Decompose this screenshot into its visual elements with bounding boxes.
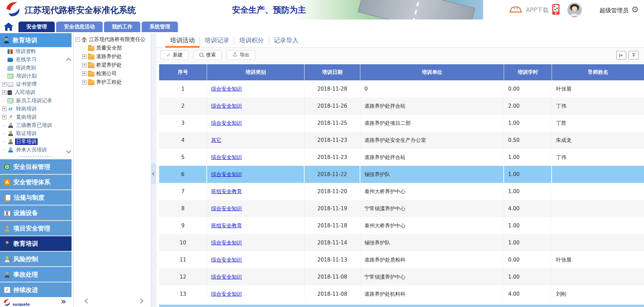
sidebar-section-project-safety-management[interactable]: 项目安全管理	[0, 220, 72, 236]
category-link[interactable]: 综合安全知识	[211, 171, 242, 177]
table-row[interactable]: 12综合安全知识2018-11-08宁常镇溧养护中心1.00	[159, 268, 644, 285]
collapse-left-icon[interactable]	[616, 51, 626, 59]
table-row[interactable]: 1综合安全知识2018-11-2800.00叶张晨	[159, 80, 644, 97]
org-node-testing-company[interactable]: +检测公司	[74, 69, 151, 78]
new-button[interactable]: ✓ 新建	[160, 50, 189, 60]
category-link[interactable]: 综合安全知识	[211, 257, 242, 263]
sidebar-item-three-level-education-trained[interactable]: 三级教育已培训	[0, 121, 72, 129]
category-link[interactable]: 综合安全知识	[211, 274, 242, 280]
tab-record-import[interactable]: 记录导入	[269, 33, 303, 48]
nav-tab-safety-management[interactable]: 安全管理	[18, 22, 55, 32]
table-row[interactable]: 6综合安全知识2018-11-22锡张养护队1.00	[159, 166, 644, 183]
sidebar-item-online-learning[interactable]: 在线学习	[0, 55, 72, 64]
expand-icon[interactable]: +	[82, 71, 87, 76]
nav-tab-safety-info-activity[interactable]: 安全信息活动	[56, 22, 103, 32]
table-row[interactable]: 11综合安全知识2018-11-13道路养护处质检科0.00叶张晨	[159, 251, 644, 268]
expand-icon[interactable]: +	[2, 82, 7, 86]
sidebar-item-new-employee-training-records[interactable]: 新员工培训记录	[0, 96, 72, 105]
scroll-left-icon[interactable]	[85, 298, 89, 304]
expand-icon[interactable]: +	[82, 63, 87, 67]
column-header-3[interactable]: 培训单位	[360, 64, 504, 80]
avatar[interactable]	[567, 3, 582, 17]
gear-icon[interactable]: ⚙	[631, 5, 639, 14]
app-qr-phone-icon[interactable]	[552, 4, 559, 15]
username[interactable]: 超级管理员	[600, 6, 629, 14]
table-row[interactable]: 10综合安全知识2018-11-14锡张养护队1.00	[159, 234, 644, 251]
org-node-road-maintenance-office[interactable]: +道路养护处	[74, 52, 151, 61]
category-link[interactable]: 综合安全知识	[211, 86, 242, 92]
sidebar-item-onboarding-training[interactable]: +→入司培训	[0, 88, 72, 96]
sidebar-item-certificate-management[interactable]: +证书管理	[0, 80, 72, 88]
category-link[interactable]: 综合安全知识	[211, 154, 242, 160]
sidebar-item-training-category[interactable]: 培训类别	[0, 64, 72, 72]
scroll-up-icon[interactable]	[67, 57, 70, 64]
cell-date: 2018-11-28	[305, 80, 360, 97]
table-row[interactable]: 2综合安全知识2018-11-26道路养护处拌合站2.00丁伟	[159, 97, 644, 115]
column-header-4[interactable]: 培训学时	[504, 64, 552, 80]
collapse-panel-icon[interactable]	[151, 163, 156, 184]
sidebar-item-training-materials[interactable]: 培训资料	[0, 47, 72, 55]
sidebar-item-daily-training[interactable]: 日常培训	[0, 137, 72, 146]
sidebar-section-risk-control[interactable]: ✎风险控制	[0, 251, 72, 266]
nav-tab-system-management[interactable]: 系统管理	[142, 22, 178, 32]
column-header-5[interactable]: 导师姓名	[552, 64, 644, 80]
sidebar-section-safety-goal-management[interactable]: 安全目标管理	[0, 159, 72, 174]
app-title: 江苏现代路桥安全标准化系统	[25, 4, 136, 16]
category-link[interactable]: 班组安全教育	[211, 223, 242, 229]
tree-resize-handle[interactable]	[19, 154, 53, 159]
tree-expander-slot	[2, 133, 7, 134]
column-header-2[interactable]: 培训日期	[305, 64, 360, 80]
tab-training-activity[interactable]: 培训活动	[165, 33, 199, 48]
category-link[interactable]: 其它	[211, 137, 221, 143]
category-link[interactable]: 综合安全知识	[211, 205, 242, 212]
table-row[interactable]: 13综合安全知识2018-11-08道路养护处机料科4.00刘刚	[159, 285, 644, 303]
sidebar-section-continuous-improvement[interactable]: ✓持续改进	[0, 282, 72, 297]
collapse-icon[interactable]: −	[76, 37, 80, 42]
sidebar-section-accident-handling[interactable]: 事故处理	[0, 266, 72, 282]
table-row[interactable]: 5综合安全知识2018-11-23道路养护处拌合站1.00丁伟	[159, 149, 644, 166]
sidebar-section-laws-and-regulations[interactable]: 法规与制度	[0, 189, 72, 205]
scroll-right-icon[interactable]	[139, 298, 143, 304]
category-link[interactable]: 综合安全知识	[211, 240, 242, 246]
org-tree-root[interactable]: −江苏现代路桥有限责任公	[74, 35, 151, 44]
sidebar-item-return-to-post-training[interactable]: +↗复岗培训	[0, 113, 72, 121]
sidebar-item-external-personnel-training[interactable]: 外来人员培训	[0, 146, 72, 154]
org-node-maintenance-engineering-office[interactable]: +养护工程处	[74, 78, 151, 86]
sidebar-section-safety-management-system[interactable]: A安全管理体系	[0, 174, 72, 189]
category-link[interactable]: 综合安全知识	[211, 103, 242, 109]
expand-icon[interactable]: +	[2, 107, 7, 111]
export-button[interactable]: 导出	[227, 50, 255, 60]
expand-icon[interactable]: +	[2, 115, 7, 119]
table-row[interactable]: 3综合安全知识2018-11-25道路养护处项目二部1.00丁胜	[159, 115, 644, 132]
scroll-down-icon[interactable]	[67, 148, 70, 154]
expand-icon[interactable]: +	[82, 80, 87, 84]
nav-tab-my-work[interactable]: 我的工作	[104, 22, 140, 32]
table-row[interactable]: 7班组安全教育2018-11-20泰州大桥养护中心1.00	[159, 183, 644, 200]
sidebar-collapse-icon[interactable]: »	[61, 297, 66, 306]
table-row[interactable]: 9班组安全教育2018-11-18泰州大桥养护中心1.00	[159, 217, 644, 234]
table-row[interactable]: 4其它2018-11-23道路养护处安全生产办公室0.50朱成龙	[159, 132, 644, 149]
sidebar-section-header[interactable]: 教育培训	[0, 33, 72, 47]
category-link[interactable]: 综合安全知识	[211, 120, 242, 126]
category-link[interactable]: 综合安全知识	[211, 291, 242, 297]
expand-icon[interactable]: +	[82, 54, 87, 59]
sidebar-section-education-training[interactable]: 教育培训	[0, 236, 72, 251]
column-header-1[interactable]: 培训类别	[207, 64, 305, 80]
home-icon[interactable]	[3, 22, 14, 32]
search-button[interactable]: 搜索	[193, 50, 222, 60]
org-node-quality-safety-dept[interactable]: 质量安全部	[74, 44, 151, 52]
sidebar-item-training-plan[interactable]: 培训计划	[0, 72, 72, 80]
tab-training-points[interactable]: 培训积分	[234, 33, 269, 48]
sidebar-item-transfer-training[interactable]: +⇄转岗培训	[0, 105, 72, 113]
category-link[interactable]: 班组安全教育	[211, 188, 242, 195]
cell-unit: 道路养护处机料科	[360, 285, 504, 303]
expand-icon[interactable]: +	[2, 90, 7, 95]
sidebar-section-facilities-equipment[interactable]: 设施设备	[0, 205, 72, 220]
collapse-up-icon[interactable]	[629, 51, 639, 59]
column-header-0[interactable]: 序号	[159, 64, 207, 80]
table-row[interactable]: 8综合安全知识2018-11-19宁常镇溧养护中心4.00	[159, 200, 644, 217]
org-node-bridge-maintenance-office[interactable]: +桥梁养护处	[74, 61, 151, 69]
tab-training-records[interactable]: 培训记录	[200, 33, 234, 48]
sidebar-item-certification-training[interactable]: 取证培训	[0, 129, 72, 137]
app-download-label[interactable]: APP下载	[526, 6, 549, 14]
